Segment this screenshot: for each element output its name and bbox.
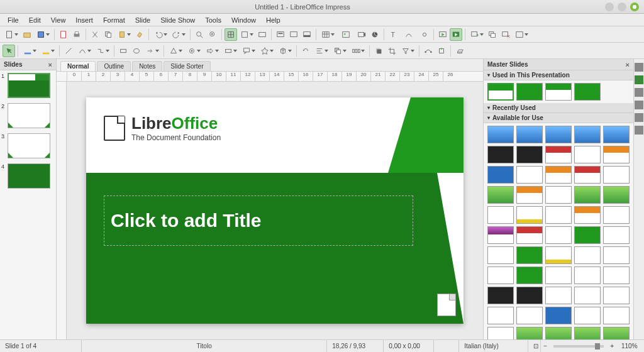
find-icon[interactable] [193,28,206,41]
properties-tab-icon[interactable] [635,63,643,72]
redo-icon[interactable] [170,28,187,41]
master-template-thumb[interactable] [603,146,630,163]
master-template-thumb[interactable] [487,146,514,163]
copy-icon[interactable] [102,28,114,41]
status-language[interactable]: Italian (Italy) [459,340,528,352]
grid-icon[interactable] [225,28,237,41]
master-template-thumb[interactable] [545,246,572,264]
master-template-thumb[interactable] [545,126,572,143]
master-template-thumb[interactable] [545,146,572,163]
arrow-shapes-icon[interactable] [143,45,161,57]
master-template-thumb[interactable] [545,327,572,339]
insert-av-icon[interactable] [355,28,368,41]
slide-thumb-1[interactable]: 1 [3,73,53,98]
master-template-thumb[interactable] [603,327,630,339]
slide-thumb-2[interactable]: 2 [3,103,53,128]
master-template-thumb[interactable] [487,166,514,184]
export-pdf-icon[interactable] [57,28,70,41]
master-template-thumb[interactable] [487,267,514,284]
glue-points-icon[interactable] [435,45,448,57]
master-template-thumb[interactable] [516,146,543,163]
slide-properties-icon[interactable] [513,28,530,41]
master-template-thumb[interactable] [545,226,572,244]
callout-shapes-icon[interactable] [240,45,257,57]
ellipse-tool-icon[interactable] [130,45,143,57]
master-template-thumb[interactable] [545,287,572,304]
section-used[interactable]: ▾Used in This Presentation [484,70,633,80]
header-footer-icon[interactable] [301,28,313,41]
section-available[interactable]: ▾Available for Use [484,113,633,123]
master-template-thumb[interactable] [516,307,543,324]
delete-slide-icon[interactable] [499,28,512,41]
3d-shapes-icon[interactable] [276,45,294,57]
insert-textbox-icon[interactable]: T [387,28,399,41]
master-template-thumb[interactable] [545,186,572,204]
section-recent[interactable]: ▾Recently Used [484,103,633,113]
save-icon[interactable] [34,28,52,41]
new-document-icon[interactable] [3,28,20,41]
zoom-out-icon[interactable]: − [541,340,550,352]
master-template-thumb[interactable] [603,166,630,184]
menu-tools[interactable]: Tools [200,15,226,25]
zoom-icon[interactable] [206,28,219,41]
star-shapes-icon[interactable] [258,45,275,57]
menu-file[interactable]: File [3,15,24,25]
master-template-thumb[interactable] [516,287,543,304]
master-thumb[interactable] [516,83,543,101]
master-template-thumb[interactable] [603,307,630,324]
master-template-thumb[interactable] [603,246,630,264]
cut-icon[interactable] [89,28,101,41]
master-template-thumb[interactable] [487,246,514,264]
master-slide-icon[interactable] [274,28,287,41]
symbol-shapes-icon[interactable] [185,45,203,57]
master-template-thumb[interactable] [516,246,543,264]
line-tool-icon[interactable] [62,45,75,57]
master-template-thumb[interactable] [574,146,601,163]
menu-slide-show[interactable]: Slide Show [155,15,200,25]
menu-slide[interactable]: Slide [130,15,155,25]
new-slide-icon[interactable] [468,28,486,41]
master-template-thumb[interactable] [574,226,601,244]
align-icon[interactable] [313,45,330,57]
master-template-thumb[interactable] [516,226,543,244]
slide-thumb-4[interactable]: 4 [3,163,53,189]
insert-table-icon[interactable] [319,28,336,41]
master-template-thumb[interactable] [545,307,572,324]
start-slideshow-icon[interactable] [436,28,449,41]
master-template-thumb[interactable] [545,267,572,284]
master-template-thumb[interactable] [516,327,543,339]
display-views-icon[interactable] [256,28,269,41]
maximize-button[interactable] [618,3,626,11]
points-icon[interactable] [422,45,435,57]
master-template-thumb[interactable] [603,186,630,204]
view-tab-slide-sorter[interactable]: Slide Sorter [164,61,210,71]
master-template-thumb[interactable] [516,166,543,184]
master-template-thumb[interactable] [516,186,543,204]
master-template-thumb[interactable] [487,287,514,304]
distribute-icon[interactable] [349,45,367,57]
menu-window[interactable]: Window [226,15,261,25]
master-thumb[interactable] [545,83,572,101]
master-slides-tab-icon[interactable] [635,75,643,84]
master-template-thumb[interactable] [516,267,543,284]
close-icon[interactable]: × [626,61,630,69]
master-template-thumb[interactable] [516,206,543,224]
master-template-thumb[interactable] [574,166,601,184]
menu-edit[interactable]: Edit [24,15,46,25]
master-template-thumb[interactable] [574,327,601,339]
filter-icon[interactable] [399,45,416,57]
navigator-tab-icon[interactable] [635,113,643,122]
view-tab-notes[interactable]: Notes [132,61,162,71]
gallery-tab-icon[interactable] [635,126,643,135]
master-template-thumb[interactable] [574,206,601,224]
curve-tool-icon[interactable] [75,45,93,57]
slide-layout-icon[interactable] [287,28,300,41]
master-template-thumb[interactable] [603,206,630,224]
snap-icon[interactable] [238,28,255,41]
menu-insert[interactable]: Insert [70,15,98,25]
insert-chart-icon[interactable] [369,28,381,41]
connector-tool-icon[interactable] [94,45,111,57]
master-thumb[interactable] [574,83,601,101]
rectangle-tool-icon[interactable] [117,45,130,57]
canvas[interactable]: LibreOffice The Document Foundation Clic… [67,82,483,339]
